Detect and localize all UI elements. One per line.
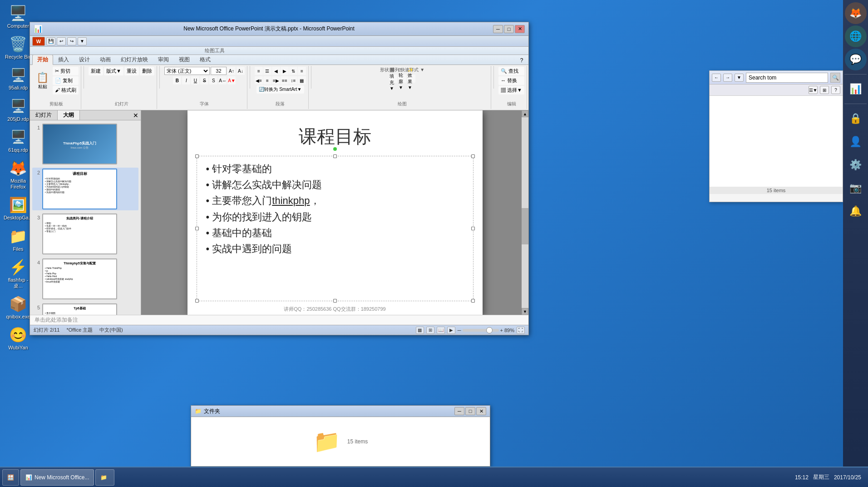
help-button[interactable]: ? xyxy=(831,86,840,94)
font-size-input[interactable] xyxy=(211,67,227,75)
increase-indent-button[interactable]: ▶ xyxy=(281,67,289,75)
handle-bl[interactable] xyxy=(195,299,199,303)
explorer-minimize[interactable]: ─ xyxy=(454,407,464,415)
save-button[interactable]: 💾 xyxy=(46,37,55,45)
sidebar-camera-icon[interactable]: 📷 xyxy=(845,177,867,199)
select-button[interactable]: ▦ 选择▼ xyxy=(498,86,524,94)
strikethrough-button[interactable]: S xyxy=(200,76,208,84)
tab-design[interactable]: 设计 xyxy=(74,55,95,65)
handle-br[interactable] xyxy=(471,299,475,303)
align-left-button[interactable]: ◀≡ xyxy=(255,76,263,84)
font-name-select[interactable]: 宋体 (正文) xyxy=(164,67,210,75)
copy-button[interactable]: 📄 复制 xyxy=(53,76,79,85)
scroll-down-button[interactable]: ▼ xyxy=(522,308,528,315)
zoom-minus[interactable]: ─ xyxy=(458,328,461,333)
tab-insert[interactable]: 插入 xyxy=(53,55,74,65)
column-button[interactable]: ▦ xyxy=(298,76,306,84)
shape-outline-button[interactable]: □轮廓▼ xyxy=(398,75,406,83)
align-right-button[interactable]: ≡▶ xyxy=(272,76,280,84)
canvas-area[interactable]: 课程目标 • 针对零 xyxy=(141,110,528,315)
tab-format[interactable]: 格式 xyxy=(195,55,216,65)
rotation-handle[interactable] xyxy=(333,147,337,151)
tab-outline[interactable]: 大纲 xyxy=(58,110,80,120)
thumbnail-view-button[interactable]: ⊞ xyxy=(820,86,829,94)
canvas-scrollbar[interactable]: ▲ ▼ xyxy=(522,110,528,315)
fit-window-button[interactable]: ⛶ xyxy=(517,327,525,334)
align-text-button[interactable]: ≡ xyxy=(298,67,306,75)
delete-slide-button[interactable]: 删除 xyxy=(140,67,154,75)
explorer-maximize[interactable]: □ xyxy=(465,407,475,415)
char-spacing-button[interactable]: A↔ xyxy=(218,76,227,84)
sidebar-ppt-icon[interactable]: 📊 xyxy=(845,78,867,100)
slide-thumb-3[interactable]: 3 实战类列-课程介绍 • 课程: • 也是一对一对一样的 • 初学者也，但进入… xyxy=(32,213,138,255)
sidebar-user-icon[interactable]: 👤 xyxy=(845,131,867,153)
tab-animation[interactable]: 动画 xyxy=(95,55,116,65)
font-color-button[interactable]: A▼ xyxy=(227,76,236,84)
office-button[interactable]: W xyxy=(32,37,45,46)
close-button[interactable]: ✕ xyxy=(515,25,525,33)
handle-tl[interactable] xyxy=(195,154,199,158)
sidebar-gear-icon[interactable]: ⚙️ xyxy=(845,154,867,176)
sidebar-browser-icon[interactable]: 🦊 xyxy=(845,2,867,24)
start-button[interactable]: 🪟 xyxy=(2,469,19,486)
shape-fill-button[interactable]: ▦填充▼ xyxy=(389,75,397,83)
underline-button[interactable]: U xyxy=(191,76,199,84)
numbered-list-button[interactable]: ☰ xyxy=(263,67,271,75)
folder-icon-large[interactable]: 📁 xyxy=(313,429,340,454)
slide-thumb-2[interactable]: 2 课程目标 • 针对零基础的 • 讲解怎么实战中解决问题 • 主要带您入门th… xyxy=(32,168,138,210)
layout-button[interactable]: 版式▼ xyxy=(104,67,123,75)
taskbar-folder[interactable]: 📁 xyxy=(95,469,114,486)
scroll-thumb[interactable] xyxy=(522,208,528,244)
slide-thumb-1[interactable]: 1 ThinkPhp5实战入门 linux.com 公告 xyxy=(32,123,138,165)
handle-mr[interactable] xyxy=(471,227,475,230)
italic-button[interactable]: I xyxy=(182,76,190,84)
slide-content-box[interactable]: • 针对零基础的 • 讲解怎么实战中解决问题 • 主要带您入门thinkphp，… xyxy=(197,156,473,301)
bullet-list-button[interactable]: ≡ xyxy=(255,67,263,75)
reset-button[interactable]: 重设 xyxy=(124,67,139,75)
search-dropdown-button[interactable]: ▼ xyxy=(735,74,744,82)
sidebar-bell-icon[interactable]: 🔔 xyxy=(845,200,867,222)
cut-button[interactable]: ✂ 剪切 xyxy=(53,67,79,75)
tab-slideshow[interactable]: 幻灯片放映 xyxy=(116,55,153,65)
tab-slides[interactable]: 幻灯片 xyxy=(30,110,58,120)
paste-button[interactable]: 📋 粘贴 xyxy=(34,70,51,91)
scroll-track[interactable] xyxy=(522,117,528,308)
normal-view-button[interactable]: ▦ xyxy=(416,327,424,334)
sidebar-skype-icon[interactable]: 💬 xyxy=(845,49,867,70)
zoom-track[interactable] xyxy=(463,329,499,332)
explorer-close[interactable]: ✕ xyxy=(476,407,486,415)
zoom-slider[interactable]: ─ + 89% xyxy=(458,328,514,333)
slide-thumb-4[interactable]: 4 Thinkphp5安装与配置 • Hello ThinkPhp • js •… xyxy=(32,258,138,300)
zoom-plus[interactable]: + xyxy=(500,328,503,333)
zoom-thumb[interactable] xyxy=(486,327,493,333)
justify-button[interactable]: ≡≡ xyxy=(281,76,289,84)
ribbon-help[interactable]: ? xyxy=(517,56,526,65)
handle-ml[interactable] xyxy=(195,227,199,230)
handle-tr[interactable] xyxy=(471,154,475,158)
shadow-button[interactable]: S xyxy=(209,76,217,84)
decrease-font-button[interactable]: A↓ xyxy=(237,67,245,75)
shape-effect-button[interactable]: ✨效果▼ xyxy=(407,75,415,83)
decrease-indent-button[interactable]: ◀ xyxy=(272,67,280,75)
tab-view[interactable]: 视图 xyxy=(174,55,195,65)
quick-btn3[interactable]: ▼ xyxy=(78,37,87,45)
sidebar-lock-icon[interactable]: 🔒 xyxy=(845,108,867,129)
tab-home[interactable]: 开始 xyxy=(32,55,53,65)
handle-tc[interactable] xyxy=(333,154,337,158)
notes-bar[interactable]: 单击此处添加备注 xyxy=(30,315,528,325)
increase-font-button[interactable]: A↑ xyxy=(227,67,236,75)
maximize-button[interactable]: □ xyxy=(504,25,514,33)
find-button[interactable]: 🔍 查找 xyxy=(498,67,524,75)
handle-bc[interactable] xyxy=(333,299,337,303)
panel-close-button[interactable]: ✕ xyxy=(131,110,141,120)
search-input[interactable] xyxy=(746,73,828,83)
slide-sorter-button[interactable]: ⊞ xyxy=(426,327,434,334)
text-direction-button[interactable]: ⇅ xyxy=(289,67,297,75)
format-painter-button[interactable]: 🖌 格式刷 xyxy=(53,86,79,94)
redo-button[interactable]: ↪ xyxy=(67,37,76,45)
tab-review[interactable]: 审阅 xyxy=(153,55,174,65)
slide-thumb-5[interactable]: 5 Tp6基础 • 显示视图 • 定义视图mvc • http://code.h… xyxy=(32,303,138,315)
list-view-button[interactable]: ☰▼ xyxy=(809,86,818,94)
scroll-up-button[interactable]: ▲ xyxy=(522,110,528,117)
undo-button[interactable]: ↩ xyxy=(57,37,66,45)
